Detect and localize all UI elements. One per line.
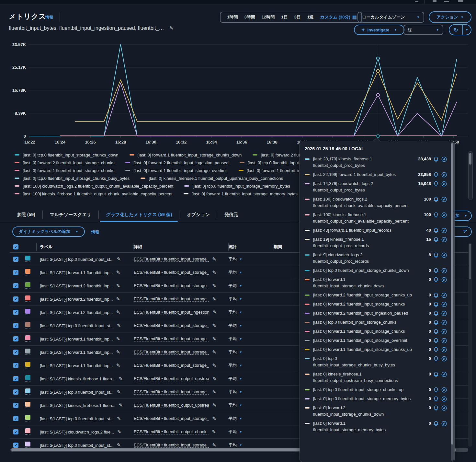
metric-detail-link[interactable]: ECS/FluentBit • fluentbit_input_storage_	[134, 323, 209, 328]
alarm-bell-icon[interactable]	[431, 172, 439, 178]
explore-metric-icon[interactable]	[439, 292, 447, 298]
row-color-picker[interactable]	[25, 349, 30, 355]
edit-pencil-icon[interactable]: ✎	[117, 256, 121, 262]
statistic-dropdown[interactable]: 平均	[228, 323, 237, 329]
info-link[interactable]: 情報	[91, 229, 99, 235]
time-range-option[interactable]: 3日	[291, 14, 304, 20]
edit-pencil-icon[interactable]: ✎	[212, 283, 216, 289]
statistic-dropdown[interactable]: 平均	[228, 336, 237, 342]
actions-button[interactable]: アクション ▼	[429, 11, 471, 23]
alarm-bell-icon[interactable]	[431, 371, 439, 377]
alarm-bell-icon[interactable]	[431, 396, 439, 402]
tab-4[interactable]: オプション	[179, 207, 217, 222]
explore-metric-icon[interactable]	[439, 156, 447, 162]
row-checkbox[interactable]: ✓	[13, 443, 18, 448]
refresh-icon[interactable]: ↻	[449, 25, 462, 35]
metric-detail-link[interactable]: ECS/FluentBit • fluentbit_input_storage_	[134, 283, 209, 288]
row-checkbox[interactable]: ✓	[13, 323, 18, 328]
explore-metric-icon[interactable]	[439, 181, 447, 187]
time-range-option[interactable]: 3時間	[241, 14, 258, 20]
statistic-dropdown[interactable]: 平均	[228, 429, 237, 435]
legend-item[interactable]: [last: 0] tcp.0 fluentbit_input_storage_…	[15, 176, 130, 181]
statistic-dropdown[interactable]: 平均	[228, 389, 237, 395]
edit-pencil-icon[interactable]: ✎	[117, 442, 121, 448]
edit-pencil-icon[interactable]: ✎	[213, 309, 217, 315]
row-color-picker[interactable]	[25, 335, 30, 342]
edit-pencil-icon[interactable]: ✎	[117, 389, 121, 395]
metric-detail-link[interactable]: ECS/FluentBit • fluentbit_output_upstrea	[134, 376, 209, 381]
alarm-bell-icon[interactable]	[431, 319, 439, 326]
scrollbar-thumb[interactable]	[469, 153, 471, 165]
explore-metric-icon[interactable]	[439, 371, 447, 377]
edit-pencil-icon[interactable]: ✎	[116, 309, 120, 315]
chart-type-select[interactable]: 線 ▼	[403, 25, 443, 35]
explore-metric-icon[interactable]	[439, 338, 447, 344]
metric-detail-link[interactable]: ECS/FluentBit • fluentbit_input_storage_	[134, 336, 209, 341]
alarm-bell-icon[interactable]	[431, 421, 439, 427]
explore-metric-icon[interactable]	[439, 196, 447, 202]
statistic-dropdown[interactable]: 平均	[228, 416, 237, 422]
metric-detail-link[interactable]: ECS/FluentBit • fluentbit_input_ingestio…	[134, 310, 210, 315]
explore-metric-icon[interactable]	[439, 212, 447, 218]
alarm-bell-icon[interactable]	[431, 292, 439, 298]
edit-pencil-icon[interactable]: ✎	[212, 416, 216, 422]
row-color-picker[interactable]	[25, 322, 30, 329]
explore-metric-icon[interactable]	[439, 356, 447, 362]
metric-detail-link[interactable]: ECS/FluentBit • fluentbit_output_upstrea	[134, 403, 209, 408]
edit-pencil-icon[interactable]: ✎	[212, 256, 216, 262]
edit-pencil-icon[interactable]: ✎	[212, 349, 216, 355]
tooltip-scrollbar[interactable]	[451, 142, 454, 461]
alarm-bell-icon[interactable]	[431, 237, 439, 243]
edit-pencil-icon[interactable]: ✎	[212, 323, 216, 329]
row-checkbox[interactable]: ✓	[13, 429, 18, 434]
refresh-split-button[interactable]: ↻ ▼	[449, 24, 471, 35]
row-checkbox[interactable]: ✓	[13, 310, 18, 315]
legend-item[interactable]: [last: 0] tcp.0 fluentbit_input_storage_…	[15, 153, 119, 157]
explore-metric-icon[interactable]	[439, 301, 447, 307]
row-color-picker[interactable]	[25, 256, 30, 262]
edit-pencil-icon[interactable]: ✎	[212, 389, 216, 395]
explore-metric-icon[interactable]	[439, 310, 447, 317]
explore-metric-icon[interactable]	[439, 387, 447, 393]
alarm-bell-icon[interactable]	[431, 310, 439, 317]
explore-metric-icon[interactable]	[439, 329, 447, 335]
row-color-picker[interactable]	[25, 375, 30, 382]
alarm-bell-icon[interactable]	[431, 338, 439, 344]
legend-scrollbar[interactable]	[468, 151, 473, 200]
row-color-picker[interactable]	[25, 362, 30, 368]
metric-detail-link[interactable]: ECS/FluentBit • fluentbit_input_storage_	[134, 416, 209, 421]
metric-detail-link[interactable]: ECS/FluentBit • fluentbit_output_chunk_	[134, 429, 209, 434]
series-line[interactable]	[75, 71, 457, 121]
explore-metric-icon[interactable]	[439, 172, 447, 178]
edit-pencil-icon[interactable]: ✎	[119, 402, 123, 408]
edit-pencil-icon[interactable]: ✎	[119, 376, 123, 382]
explore-metric-icon[interactable]	[439, 347, 447, 353]
edit-pencil-icon[interactable]: ✎	[116, 296, 120, 302]
explore-metric-icon[interactable]	[439, 405, 447, 411]
time-range-custom[interactable]: カスタム (30分)	[317, 14, 352, 20]
explore-metric-icon[interactable]	[439, 252, 447, 258]
metrics-line-chart[interactable]: 33.57K25.17K16.78K8.39K016:2216:2416:261…	[0, 38, 476, 148]
scrollbar-thumb[interactable]	[451, 143, 453, 445]
edit-pencil-icon[interactable]: ✎	[117, 416, 121, 422]
metric-detail-link[interactable]: ECS/FluentBit • fluentbit_input_storage_	[134, 296, 209, 302]
alarm-bell-icon[interactable]	[431, 212, 439, 218]
statistic-dropdown[interactable]: 平均	[228, 296, 237, 302]
tab-3[interactable]: グラフ化したメトリクス (59 個)	[99, 207, 179, 222]
edit-pencil-icon[interactable]: ✎	[117, 429, 121, 435]
alarm-bell-icon[interactable]	[431, 405, 439, 411]
edit-pencil-icon[interactable]: ✎	[116, 283, 120, 289]
metric-detail-link[interactable]: ECS/FluentBit • fluentbit_input_storage_	[134, 257, 209, 262]
alarm-bell-icon[interactable]	[431, 387, 439, 393]
time-range-option[interactable]: 1日	[278, 14, 291, 20]
alarm-bell-icon[interactable]	[431, 196, 439, 202]
alarm-bell-icon[interactable]	[431, 347, 439, 353]
edit-pencil-icon[interactable]: ✎	[212, 376, 217, 382]
metric-detail-link[interactable]: ECS/FluentBit • fluentbit_input_storage_	[134, 350, 209, 355]
edit-pencil-icon[interactable]: ✎	[116, 363, 120, 368]
explore-metric-icon[interactable]	[439, 396, 447, 402]
row-color-picker[interactable]	[25, 269, 30, 275]
alarm-bell-icon[interactable]	[431, 156, 439, 162]
legend-item[interactable]: [last: 0] forward.1 fluentbit_input_stor…	[130, 153, 242, 157]
add-dynamic-label-button[interactable]: ダイナミックラベルの追加 ▼	[12, 226, 85, 237]
